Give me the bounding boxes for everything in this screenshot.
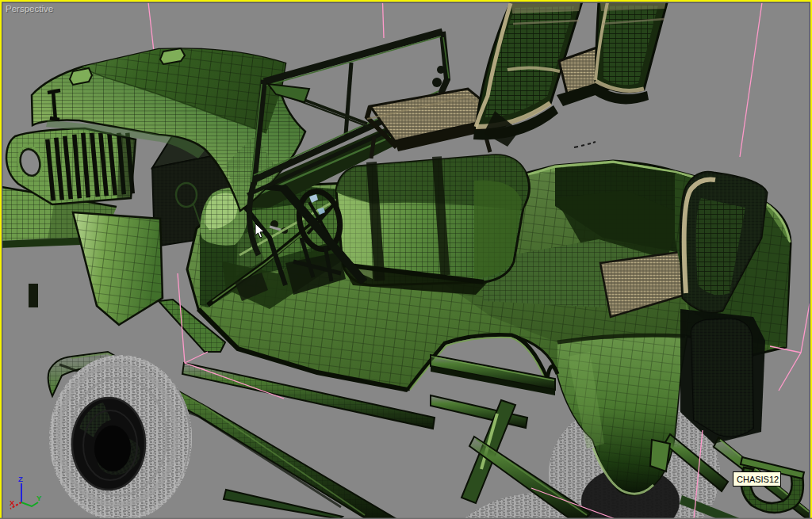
svg-text:CHASIS12: CHASIS12 <box>737 475 779 484</box>
svg-text:Y: Y <box>36 494 42 502</box>
svg-text:X: X <box>10 498 15 507</box>
svg-text:Z: Z <box>18 475 23 483</box>
svg-text:Perspective: Perspective <box>6 4 53 13</box>
